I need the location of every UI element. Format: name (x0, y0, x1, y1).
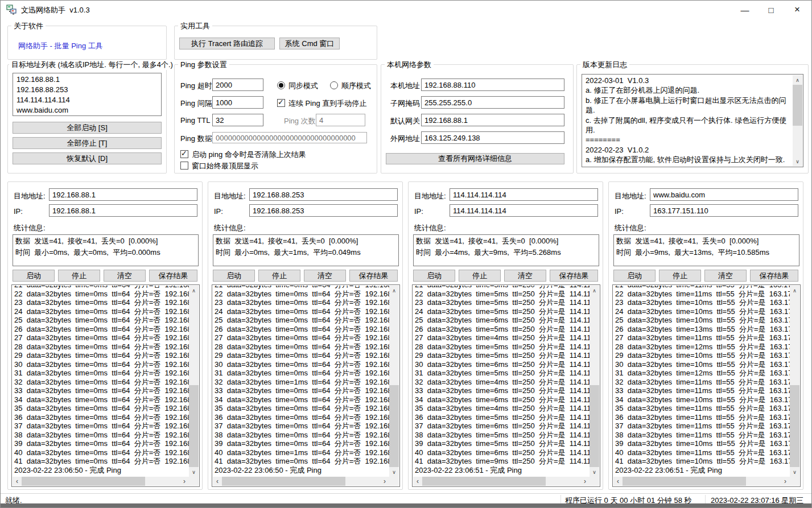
list-item[interactable]: 33 data=32bytes time=0ms ttl=64 分片=否 192… (213, 386, 389, 395)
horizontal-scrollbar[interactable]: ‹ › (213, 477, 389, 486)
list-item[interactable]: 38 data=32bytes time=11ms ttl=55 分片=是 16… (613, 431, 790, 440)
list-item[interactable]: 22 data=32bytes time=0ms ttl=64 分片=否 192… (13, 290, 189, 299)
list-item[interactable]: 31 data=32bytes time=0ms ttl=64 分片=否 192… (13, 369, 189, 378)
list-item[interactable]: 33 data=32bytes time=0ms ttl=64 分片=否 192… (13, 386, 189, 395)
stop-button[interactable]: 停止 (258, 270, 300, 282)
scroll-up-arrow-icon[interactable]: ∧ (389, 286, 399, 295)
scroll-left-arrow-icon[interactable]: ‹ (213, 477, 222, 486)
seq-mode-label[interactable]: 顺序模式 (341, 81, 371, 91)
tracert-button[interactable]: 执行 Tracert 路由追踪 (179, 38, 275, 49)
list-item[interactable]: 23 data=32bytes time=5ms ttl=250 分片=是 11… (413, 298, 590, 307)
list-item[interactable]: 41 data=32bytes time=0ms ttl=64 分片=否 192… (13, 457, 189, 466)
list-item[interactable]: 32 data=32bytes time=11ms ttl=55 分片=是 16… (613, 378, 790, 387)
clear-on-start-checkbox[interactable] (180, 150, 188, 158)
horizontal-scrollbar[interactable]: ‹ › (13, 477, 189, 486)
save-result-button[interactable]: 保存结果 (149, 270, 197, 282)
scroll-left-arrow-icon[interactable]: ‹ (613, 477, 623, 486)
ip-input[interactable] (450, 204, 598, 217)
list-item[interactable]: 25 data=32bytes time=10ms ttl=55 分片=是 16… (613, 316, 790, 325)
list-item[interactable]: 28 data=32bytes time=0ms ttl=64 分片=否 192… (213, 342, 389, 352)
list-item[interactable]: 32 data=32bytes time=1ms ttl=64 分片=否 192… (213, 378, 389, 387)
ping-ttl-input[interactable] (212, 114, 263, 126)
ip-input[interactable] (49, 204, 197, 217)
list-item[interactable]: 26 data=32bytes time=0ms ttl=64 分片=否 192… (13, 325, 189, 334)
list-item[interactable]: 28 data=32bytes time=12ms ttl=55 分片=是 16… (613, 342, 790, 352)
scrollbar-thumb[interactable] (189, 385, 199, 467)
vertical-scrollbar[interactable]: ∧ ∨ (790, 286, 799, 477)
list-item[interactable]: 23 data=32bytes time=0ms ttl=64 分片=否 192… (213, 298, 389, 307)
list-item[interactable]: 38 data=32bytes time=5ms ttl=250 分片=是 11… (413, 431, 590, 440)
target-address-input[interactable] (450, 188, 598, 201)
list-item[interactable]: 27 data=32bytes time=11ms ttl=55 分片=是 16… (613, 333, 790, 342)
local-ip-input[interactable] (421, 79, 564, 91)
list-item[interactable]: 24 data=32bytes time=0ms ttl=64 分片=否 192… (213, 307, 389, 316)
list-item[interactable]: 28 data=32bytes time=5ms ttl=250 分片=是 11… (413, 342, 590, 352)
list-item[interactable]: 23 data=32bytes time=10ms ttl=55 分片=是 16… (613, 298, 790, 307)
start-button[interactable]: 启动 (13, 270, 55, 282)
list-item[interactable]: 39 data=32bytes time=0ms ttl=64 分片=否 192… (213, 439, 389, 448)
start-button[interactable]: 启动 (213, 270, 255, 282)
list-item[interactable]: 32 data=32bytes time=4ms ttl=250 分片=是 11… (413, 378, 590, 387)
scroll-left-arrow-icon[interactable]: ‹ (413, 477, 422, 486)
list-item[interactable]: 30 data=32bytes time=0ms ttl=64 分片=否 192… (13, 360, 189, 369)
scroll-down-arrow-icon[interactable]: ∨ (189, 467, 199, 477)
list-item[interactable]: 23 data=32bytes time=0ms ttl=64 分片=否 192… (13, 298, 189, 307)
scroll-up-arrow-icon[interactable]: ∧ (790, 286, 799, 295)
sync-mode-label[interactable]: 同步模式 (288, 81, 318, 91)
clear-button[interactable]: 清空 (504, 270, 546, 282)
scrollbar-thumb[interactable] (389, 385, 399, 467)
clear-button[interactable]: 清空 (304, 270, 346, 282)
list-item[interactable]: 22 data=32bytes time=11ms ttl=55 分片=是 16… (613, 290, 790, 299)
list-item[interactable]: 24 data=32bytes time=5ms ttl=250 分片=是 11… (413, 307, 590, 316)
topmost-checkbox[interactable] (180, 162, 188, 170)
scroll-right-arrow-icon[interactable]: › (180, 477, 189, 486)
list-item[interactable]: 36 data=32bytes time=0ms ttl=64 分片=否 192… (13, 413, 189, 422)
vertical-scrollbar[interactable]: ∧ ∨ (590, 286, 599, 477)
list-item[interactable]: 29 data=32bytes time=0ms ttl=64 分片=否 192… (13, 351, 189, 360)
list-item[interactable]: 34 data=32bytes time=0ms ttl=64 分片=否 192… (13, 395, 189, 404)
scroll-right-arrow-icon[interactable]: › (580, 477, 590, 486)
list-item[interactable]: 37 data=32bytes time=0ms ttl=64 分片=否 192… (213, 422, 389, 431)
scroll-up-arrow-icon[interactable]: ∧ (793, 75, 802, 85)
list-item[interactable]: 24 data=32bytes time=10ms ttl=55 分片=是 16… (613, 307, 790, 316)
stop-button[interactable]: 停止 (459, 270, 501, 282)
list-item[interactable]: 34 data=32bytes time=0ms ttl=64 分片=否 192… (213, 395, 389, 404)
clear-button[interactable]: 清空 (704, 270, 747, 282)
list-item[interactable]: 41 data=32bytes time=9ms ttl=250 分片=是 11… (413, 457, 590, 466)
network-detail-button[interactable]: 查看所有网络详细信息 (386, 153, 564, 164)
list-item[interactable]: 22 data=32bytes time=5ms ttl=250 分片=是 11… (413, 290, 590, 299)
scroll-right-arrow-icon[interactable]: › (380, 477, 389, 486)
list-item[interactable]: 29 data=32bytes time=5ms ttl=250 分片=是 11… (413, 351, 590, 360)
list-item[interactable]: 40 data=32bytes time=6ms ttl=250 分片=是 11… (413, 448, 590, 457)
list-item[interactable]: 40 data=32bytes time=11ms ttl=55 分片=是 16… (613, 448, 790, 457)
list-item[interactable]: 36 data=32bytes time=5ms ttl=250 分片=是 11… (413, 413, 590, 422)
list-item[interactable]: 27 data=32bytes time=0ms ttl=64 分片=否 192… (213, 333, 389, 342)
save-result-button[interactable]: 保存结果 (750, 270, 798, 282)
list-item[interactable]: 24 data=32bytes time=0ms ttl=64 分片=否 192… (13, 307, 189, 316)
save-result-button[interactable]: 保存结果 (349, 270, 398, 282)
scroll-right-arrow-icon[interactable]: › (781, 477, 790, 486)
changelog-textarea[interactable]: 2022-03-01 V1.0.3 a. 修正了在部分机器上闪退的问题. b. … (582, 74, 803, 167)
list-item[interactable]: 39 data=32bytes time=0ms ttl=64 分片=否 192… (13, 439, 189, 448)
target-address-input[interactable] (249, 188, 398, 201)
save-result-button[interactable]: 保存结果 (550, 270, 598, 282)
gateway-input[interactable] (421, 114, 564, 126)
scrollbar-thumb[interactable] (22, 477, 145, 486)
cmd-button[interactable]: 系统 Cmd 窗口 (279, 38, 340, 49)
ping-timeout-input[interactable] (212, 79, 263, 91)
list-item[interactable]: 41 data=32bytes time=10ms ttl=55 分片=是 16… (613, 457, 790, 466)
continuous-ping-checkbox[interactable] (277, 99, 285, 107)
list-item[interactable]: 25 data=32bytes time=0ms ttl=64 分片=否 192… (13, 316, 189, 325)
list-item[interactable]: 35 data=32bytes time=4ms ttl=250 分片=是 11… (413, 404, 590, 413)
target-address-textarea[interactable]: 192.168.88.1 192.168.88.253 114.114.114.… (13, 73, 162, 116)
list-item[interactable]: 31 data=32bytes time=5ms ttl=250 分片=是 11… (413, 369, 590, 378)
list-item[interactable]: 33 data=32bytes time=6ms ttl=250 分片=是 11… (413, 386, 590, 395)
wan-ip-input[interactable] (421, 131, 564, 144)
scroll-down-arrow-icon[interactable]: ∨ (590, 467, 599, 477)
scroll-up-arrow-icon[interactable]: ∧ (590, 286, 599, 295)
list-item[interactable]: 37 data=32bytes time=6ms ttl=250 分片=是 11… (413, 422, 590, 431)
list-item[interactable]: 40 data=32bytes time=1ms ttl=64 分片=否 192… (213, 448, 389, 457)
about-link[interactable]: 网络助手 - 批量 Ping 工具 (18, 41, 103, 51)
list-item[interactable]: 39 data=32bytes time=5ms ttl=250 分片=是 11… (413, 439, 590, 448)
list-item[interactable]: 34 data=32bytes time=6ms ttl=250 分片=是 11… (413, 395, 590, 404)
